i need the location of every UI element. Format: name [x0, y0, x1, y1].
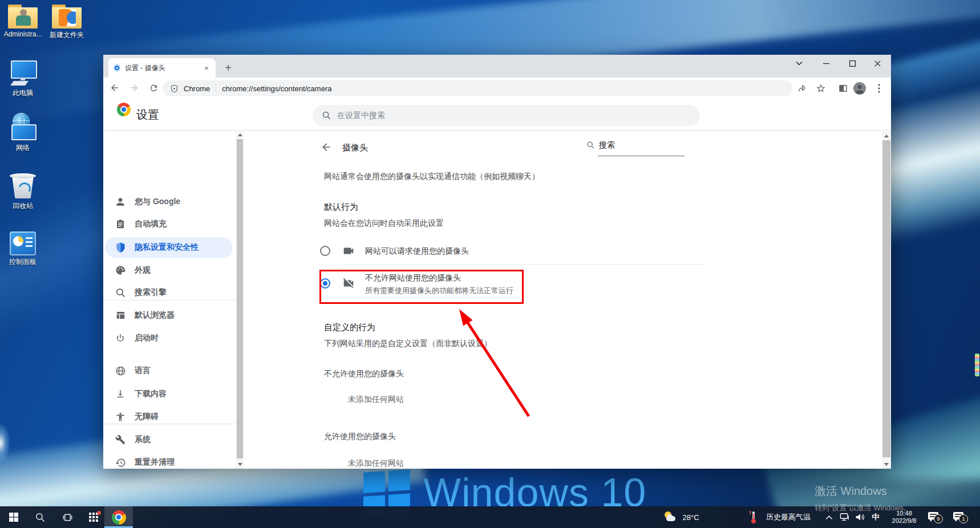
taskbar-chrome-button[interactable]	[104, 506, 133, 528]
apps-grid-button[interactable]	[82, 506, 105, 528]
desktop-icon-label: 此电脑	[0, 88, 47, 98]
sidebar-item-label: 外观	[135, 265, 151, 275]
scroll-down-icon[interactable]	[236, 461, 244, 468]
blocked-group-empty: 未添加任何网站	[348, 395, 404, 405]
widget-label[interactable]: 历史最高气温	[761, 506, 816, 528]
sidebar-item-label: 搜索引擎	[135, 287, 167, 298]
option-divider	[342, 264, 706, 265]
back-icon[interactable]	[107, 80, 123, 96]
settings-search-input[interactable]: 在设置中搜索	[313, 105, 700, 126]
desktop-icon-control-panel[interactable]: 控制面板	[0, 231, 47, 267]
radio-allow-ask-label[interactable]: 网站可以请求使用您的摄像头	[365, 246, 469, 257]
reload-icon[interactable]	[145, 80, 161, 96]
scroll-up-icon[interactable]	[882, 132, 891, 139]
tab-search-chevron-down-icon[interactable]	[787, 55, 812, 72]
settings-search-placeholder: 在设置中搜索	[337, 111, 385, 121]
sidebar-item-reset-and-cleanup[interactable]: 重置并清理	[105, 452, 233, 469]
settings-title: 设置	[136, 107, 159, 123]
desktop-icon-recycle-bin[interactable]: 回收站	[0, 171, 47, 211]
volume-icon[interactable]	[853, 506, 868, 528]
sidebar-item-system[interactable]: 系统	[105, 429, 233, 450]
sidebar-item-label: 隐私设置和安全性	[135, 242, 199, 253]
screen: Windows 10 Administra... 新建文件夹 此电脑 网络 回收…	[0, 0, 980, 528]
share-icon[interactable]	[794, 80, 810, 96]
sidebar-item-autofill[interactable]: 自动填充	[105, 214, 233, 234]
close-icon[interactable]	[865, 55, 890, 72]
sidebar-item-label: 重置并清理	[135, 457, 175, 468]
bookmark-star-icon[interactable]	[813, 80, 829, 96]
screen-edge-widget	[975, 354, 979, 376]
desktop-icon-label: 回收站	[0, 201, 47, 211]
download-icon	[115, 388, 126, 400]
sidebar-scrollbar[interactable]	[236, 130, 244, 469]
power-icon	[115, 332, 126, 344]
blocked-group-header: 不允许使用您的摄像头	[324, 369, 404, 379]
sidebar-item-languages[interactable]: 语言	[105, 360, 233, 381]
address-bar[interactable]: Chrome chrome://settings/content/camera	[163, 80, 792, 96]
page-scrollbar[interactable]	[882, 131, 891, 469]
page-search-input[interactable]: 搜索	[599, 140, 615, 151]
taskbar-clock[interactable]: 10:48 2022/9/8	[885, 506, 923, 528]
sidebar-divider	[103, 424, 236, 424]
menu-dots-icon[interactable]	[871, 80, 887, 96]
desktop-icon-label: Administra...	[0, 30, 47, 38]
minimize-icon[interactable]	[813, 55, 839, 72]
sidebar-item-label: 语言	[135, 365, 151, 376]
radio-allow-ask[interactable]	[320, 246, 330, 256]
tab-settings-camera[interactable]: 设置 - 摄像头 ×	[108, 58, 216, 78]
sidebar-item-label: 默认浏览器	[135, 310, 175, 320]
forward-icon[interactable]	[126, 80, 142, 96]
allowed-group-header: 允许使用您的摄像头	[324, 432, 396, 442]
sidebar-item-label: 您与 Google	[135, 197, 180, 207]
chrome-icon	[112, 510, 126, 525]
settings-header: 设置 在设置中搜索	[103, 98, 891, 131]
start-button[interactable]	[5, 506, 23, 528]
chevron-up-icon[interactable]	[821, 506, 836, 528]
desktop-icon-admin-folder[interactable]: Administra...	[0, 5, 47, 38]
desktop-icon-network[interactable]: 网络	[0, 113, 47, 153]
sidebar-item-appearance[interactable]: 外观	[105, 260, 233, 281]
page-back-icon[interactable]	[321, 141, 332, 153]
network-icon[interactable]	[837, 506, 852, 528]
sidebar-item-you-and-google[interactable]: 您与 Google	[105, 192, 233, 212]
new-tab-button[interactable]: +	[220, 60, 236, 76]
scroll-down-icon[interactable]	[882, 461, 891, 468]
sidebar-divider	[103, 300, 236, 300]
desktop-icon-new-folder[interactable]: 新建文件夹	[43, 5, 91, 40]
clock-time: 10:48	[896, 510, 912, 517]
sidebar-item-privacy-and-security[interactable]: 隐私设置和安全性	[105, 237, 233, 258]
tab-close-icon[interactable]: ×	[202, 63, 211, 72]
side-panel-icon[interactable]	[835, 80, 851, 96]
desktop-icon-this-pc[interactable]: 此电脑	[0, 60, 47, 98]
desktop-icon-label: 新建文件夹	[43, 30, 91, 40]
scroll-up-icon[interactable]	[236, 131, 244, 138]
recycle-bin-icon	[10, 171, 36, 200]
partly-cloudy-icon[interactable]	[662, 506, 679, 528]
page-search-icon	[586, 141, 595, 149]
profile-avatar[interactable]	[852, 80, 868, 96]
page-description: 网站通常会使用您的摄像头以实现通信功能（例如视频聊天）	[324, 172, 540, 182]
task-view-button[interactable]	[56, 506, 79, 528]
ime-indicator[interactable]: 中	[868, 506, 883, 528]
message-badge-button[interactable]: 9	[925, 506, 945, 528]
accessibility-icon	[115, 411, 126, 423]
custom-behavior-subtitle: 下列网站采用的是自定义设置（而非默认设置）	[324, 339, 492, 349]
network-places-icon	[7, 113, 39, 141]
taskbar-search-button[interactable]	[29, 506, 51, 528]
notification-dot	[97, 511, 101, 515]
sidebar-item-default-browser[interactable]: 默认浏览器	[105, 305, 233, 326]
search-icon	[35, 512, 46, 523]
sidebar-item-downloads[interactable]: 下载内容	[105, 384, 233, 404]
thermometer-icon[interactable]	[746, 506, 759, 528]
weather-temp[interactable]: 28°C	[679, 506, 703, 528]
url-text[interactable]: chrome://settings/content/camera	[222, 84, 331, 93]
custom-behavior-title: 自定义的行为	[324, 322, 375, 333]
maximize-icon[interactable]	[840, 55, 865, 72]
search-icon	[115, 287, 126, 298]
sidebar-item-on-startup[interactable]: 启动时	[105, 328, 233, 348]
message-badge-button[interactable]: 1	[950, 506, 970, 528]
message-bubble-icon: 1	[953, 511, 967, 523]
sidebar-item-label: 自动填充	[135, 219, 167, 229]
search-icon	[322, 111, 331, 120]
site-info-shield-icon[interactable]	[170, 84, 179, 93]
